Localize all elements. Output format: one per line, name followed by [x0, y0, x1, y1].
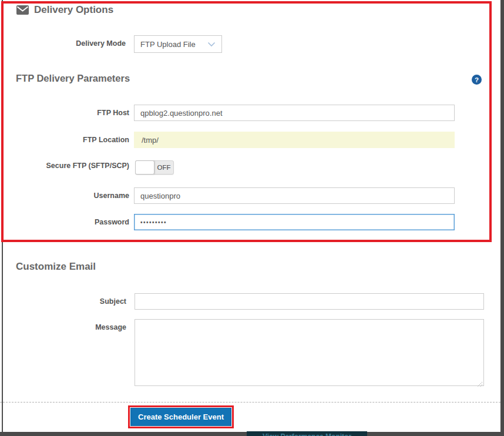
subject-label: Subject	[0, 297, 126, 306]
toggle-state-off: OFF	[154, 161, 173, 174]
subject-input[interactable]	[135, 293, 484, 310]
ftp-location-label: FTP Location	[0, 136, 129, 145]
secure-ftp-toggle[interactable]: OFF	[135, 160, 174, 175]
password-input[interactable]	[134, 214, 455, 230]
ftp-parameters-title: FTP Delivery Parameters	[16, 73, 130, 84]
ftp-host-label: FTP Host	[0, 109, 129, 118]
message-textarea[interactable]	[135, 319, 484, 386]
username-label: Username	[0, 192, 129, 200]
chevron-down-icon	[207, 42, 216, 47]
delivery-options-highlight-box	[1, 1, 492, 242]
secure-ftp-label: Secure FTP (SFTP/SCP)	[0, 162, 129, 170]
ftp-location-input[interactable]	[134, 132, 455, 148]
delivery-options-title: Delivery Options	[34, 4, 113, 16]
toggle-knob	[135, 160, 154, 175]
username-input[interactable]	[134, 187, 455, 204]
customize-email-title: Customize Email	[16, 261, 96, 273]
delivery-mode-value: FTP Upload File	[140, 40, 196, 49]
page-left-border	[2, 0, 3, 432]
delivery-mode-select[interactable]: FTP Upload File	[134, 35, 222, 53]
submit-button-highlight-box: Create Scheduler Event	[128, 405, 234, 428]
help-icon[interactable]: ?	[472, 75, 482, 85]
page-right-edge	[500, 0, 504, 436]
dashed-separator	[0, 402, 500, 403]
password-label: Password	[0, 218, 129, 227]
ftp-host-input[interactable]	[134, 105, 455, 121]
envelope-icon	[16, 5, 29, 15]
message-label: Message	[0, 323, 126, 332]
delivery-mode-label: Delivery Mode	[0, 39, 126, 48]
scheduler-form-page: View Performance Monitor Delivery Option…	[0, 0, 504, 436]
delivery-options-header: Delivery Options	[16, 4, 113, 16]
create-scheduler-event-button[interactable]: Create Scheduler Event	[130, 408, 231, 426]
view-performance-monitor-link[interactable]: View Performance Monitor	[247, 431, 367, 436]
